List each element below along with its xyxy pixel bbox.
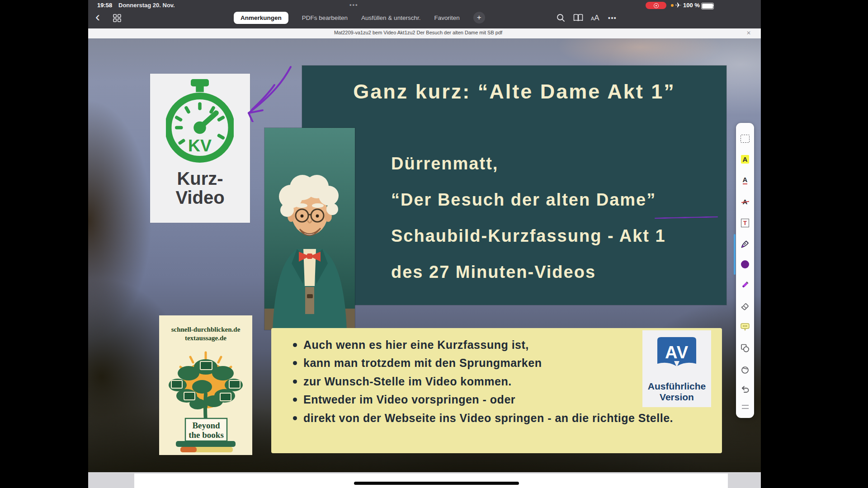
- marquee-icon: [741, 135, 750, 143]
- highlighter-tool[interactable]: [736, 277, 754, 292]
- add-tab-button[interactable]: +: [473, 12, 485, 23]
- ink-arrow-annotation[interactable]: [233, 63, 294, 122]
- bullet-dot: [293, 416, 297, 420]
- underline-text-tool[interactable]: A: [736, 173, 754, 188]
- airplane-mode-icon: [675, 2, 682, 8]
- brand-domain-2: textaussage.de: [159, 334, 252, 342]
- document-title: Mat2209-va1zu2 bem Video Akt1zu2 Der Bes…: [260, 30, 576, 35]
- pen-icon: [740, 239, 750, 249]
- thumbnail-grid-button[interactable]: [113, 14, 121, 22]
- highlighter-icon: [740, 279, 750, 290]
- highlight-text-tool[interactable]: A: [736, 152, 754, 166]
- slide-line-video: des 27 Minuten-Videos: [391, 263, 596, 282]
- stamp-tool[interactable]: [736, 362, 754, 377]
- tree-of-monitors-logo: Beyond the books: [160, 343, 251, 454]
- underline-icon: A: [743, 176, 748, 184]
- ausfuehrliche-version-card: AV Ausführliche Version: [642, 330, 711, 407]
- bookmarks-book-icon[interactable]: [573, 14, 583, 22]
- eraser-tool[interactable]: [736, 299, 754, 313]
- brand-logo-card: schnell-durchblicken.de textaussage.de: [159, 315, 252, 455]
- ink-color-swatch[interactable]: [736, 257, 754, 272]
- back-button[interactable]: ‹: [95, 11, 100, 22]
- bullet-item: kann man trotzdem mit den Sprungmarken: [293, 356, 542, 370]
- pdf-app-window: 19:58 Donnerstag 20. Nov. ••• 100 % ‹: [88, 0, 761, 488]
- av-line1: Ausführliche: [642, 381, 711, 391]
- screen-recording-indicator[interactable]: [646, 2, 666, 9]
- screen: 19:58 Donnerstag 20. Nov. ••• 100 % ‹: [0, 0, 868, 488]
- tab-favoriten[interactable]: Favoriten: [434, 14, 459, 21]
- bullet-item: direkt von der Webseite ins Video spring…: [293, 411, 673, 425]
- brand-domain-1: schnell-durchblicken.de: [159, 325, 252, 333]
- bullet-item: zur Wunsch-Stelle im Video kommen.: [293, 375, 512, 388]
- text-box-tool[interactable]: T: [736, 216, 754, 230]
- marquee-select-tool[interactable]: [736, 131, 754, 146]
- strikethrough-icon: A: [743, 198, 748, 205]
- microphone-indicator-dot: [671, 4, 674, 7]
- ink-underline-annotation[interactable]: [655, 216, 718, 219]
- document-title-bar: Mat2209-va1zu2 bem Video Akt1zu2 Der Bes…: [88, 28, 761, 39]
- eraser-icon: [740, 300, 750, 311]
- brand-slogan-line1: Beyond: [192, 421, 220, 430]
- bullet-item: Auch wenn es hier eine Kurzfassung ist,: [293, 338, 529, 352]
- stamp-icon: [740, 364, 750, 375]
- text-box-icon: T: [741, 219, 749, 227]
- undo-button[interactable]: [736, 382, 754, 397]
- undo-arrow-icon: [740, 385, 750, 394]
- kv-label-line2: Video: [150, 188, 250, 206]
- more-menu-button[interactable]: •••: [608, 14, 617, 22]
- tab-anmerkungen[interactable]: Anmerkungen: [234, 12, 288, 24]
- bullet-dot: [293, 398, 297, 402]
- status-date: Donnerstag 20. Nov.: [118, 2, 175, 9]
- text-size-button[interactable]: AA: [591, 14, 599, 23]
- brand-slogan-line2: the books: [189, 430, 224, 440]
- pen-tool-selected[interactable]: [736, 237, 754, 251]
- kv-label-line1: Kurz-: [150, 169, 250, 188]
- shapes-icon: [740, 343, 750, 353]
- search-icon[interactable]: [557, 14, 565, 22]
- highlight-icon: A: [741, 155, 750, 164]
- slide-line-author: Dürrenmatt,: [391, 154, 498, 174]
- status-time: 19:58: [97, 2, 112, 9]
- tab-ausfuellen-unterschreiben[interactable]: Ausfüllen & unterschr.: [361, 14, 420, 21]
- bullet-dot: [293, 361, 297, 365]
- pdf-page[interactable]: KV Kurz- Video Ganz kurz: “Alte Dame Akt…: [88, 38, 761, 472]
- shapes-tool[interactable]: [736, 341, 754, 355]
- multitask-dots-icon[interactable]: •••: [349, 1, 359, 8]
- stopwatch-icon: KV: [166, 79, 234, 165]
- slide-title-box: Ganz kurz: “Alte Dame Akt 1” Dürrenmatt,…: [302, 66, 726, 305]
- kv-badge: KV: [188, 136, 212, 155]
- record-icon: [654, 3, 659, 8]
- comment-tool[interactable]: [736, 319, 754, 334]
- comment-bubble-icon: [740, 322, 750, 332]
- drag-handle-icon: [742, 405, 749, 409]
- slide-line-work: “Der Besuch der alten Dame”: [391, 190, 656, 210]
- bullet-dot: [293, 380, 297, 384]
- bullet-dot: [293, 343, 297, 347]
- selected-tool-accent-bar: [734, 234, 736, 275]
- strikethrough-text-tool[interactable]: A: [736, 194, 754, 209]
- top-toolbar: 19:58 Donnerstag 20. Nov. ••• 100 % ‹: [88, 0, 761, 28]
- purple-color-dot: [741, 260, 749, 268]
- slide-title: Ganz kurz: “Alte Dame Akt 1”: [302, 80, 726, 103]
- battery-percent: 100 %: [683, 2, 700, 9]
- old-man-portrait-image: [264, 128, 355, 330]
- bullet-item: Entweder im Video vorspringen - oder: [293, 393, 515, 406]
- tab-pdfs-bearbeiten[interactable]: PDFs bearbeiten: [302, 14, 348, 21]
- close-document-icon[interactable]: ✕: [746, 30, 751, 36]
- av-line2: Version: [642, 392, 711, 402]
- next-page-preview[interactable]: [134, 474, 728, 488]
- battery-icon: [701, 3, 714, 9]
- home-indicator[interactable]: [354, 482, 519, 485]
- sidebar-drag-handle[interactable]: [736, 399, 754, 414]
- slide-line-schaubild: Schaubild-Kurzfassung - Akt 1: [391, 226, 666, 246]
- av-abbr: AV: [642, 343, 711, 362]
